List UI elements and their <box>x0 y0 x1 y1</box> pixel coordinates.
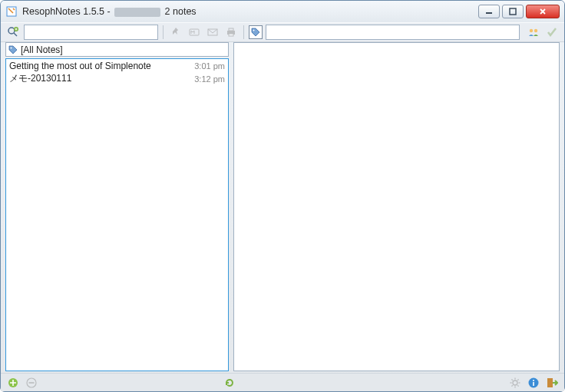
share-icon[interactable] <box>526 25 541 40</box>
svg-point-11 <box>253 30 255 31</box>
note-title: メモ-20130111 <box>9 72 188 85</box>
note-list[interactable]: Getting the most out of Simplenote 3:01 … <box>5 58 229 371</box>
svg-point-12 <box>530 29 533 32</box>
search-input[interactable] <box>24 25 158 40</box>
markdown-icon[interactable] <box>187 25 202 40</box>
tag-input[interactable] <box>266 25 520 40</box>
svg-point-17 <box>513 380 517 385</box>
note-time: 3:12 pm <box>188 74 225 84</box>
maximize-button[interactable] <box>502 5 524 18</box>
email-icon[interactable] <box>205 25 220 40</box>
statusbar <box>1 373 564 391</box>
list-item[interactable]: メモ-20130111 3:12 pm <box>6 72 228 85</box>
window-title: ResophNotes 1.5.5 - 2 notes <box>22 6 197 17</box>
info-icon[interactable] <box>526 375 541 390</box>
left-pane: [All Notes] Getting the most out of Simp… <box>5 42 229 371</box>
window-controls <box>478 5 560 18</box>
svg-rect-9 <box>229 28 233 31</box>
svg-point-14 <box>11 47 12 48</box>
note-time: 3:01 pm <box>188 61 225 71</box>
add-icon[interactable] <box>5 375 21 390</box>
filter-label: [All Notes] <box>21 44 63 55</box>
tag-filter-icon <box>8 44 18 55</box>
svg-point-27 <box>533 380 534 381</box>
content-area: [All Notes] Getting the most out of Simp… <box>1 42 564 373</box>
svg-line-4 <box>14 33 17 36</box>
close-button[interactable] <box>526 5 560 18</box>
note-title: Getting the most out of Simplenote <box>9 61 188 71</box>
separator <box>243 25 244 39</box>
svg-line-24 <box>517 379 518 380</box>
print-icon[interactable] <box>223 25 239 40</box>
exit-icon[interactable] <box>544 375 560 390</box>
svg-point-13 <box>534 29 537 32</box>
new-note-icon[interactable] <box>5 25 21 40</box>
gear-icon[interactable] <box>507 375 523 390</box>
app-window: ResophNotes 1.5.5 - 2 notes <box>0 0 565 392</box>
svg-rect-10 <box>229 34 233 36</box>
sync-icon[interactable] <box>222 375 237 390</box>
svg-point-3 <box>8 28 15 34</box>
svg-line-23 <box>517 385 518 386</box>
toolbar <box>1 22 564 42</box>
separator <box>163 25 164 39</box>
filter-row[interactable]: [All Notes] <box>5 42 229 57</box>
svg-line-25 <box>511 385 512 386</box>
app-icon <box>5 5 18 18</box>
svg-rect-2 <box>510 8 516 15</box>
svg-rect-1 <box>486 12 492 14</box>
pin-icon[interactable] <box>168 25 183 40</box>
titlebar[interactable]: ResophNotes 1.5.5 - 2 notes <box>1 1 564 22</box>
minimize-button[interactable] <box>478 5 500 18</box>
svg-rect-29 <box>547 378 553 387</box>
editor-pane[interactable] <box>233 42 560 371</box>
redacted-segment <box>114 8 160 17</box>
remove-icon[interactable] <box>24 375 39 390</box>
svg-line-22 <box>511 379 512 380</box>
list-item[interactable]: Getting the most out of Simplenote 3:01 … <box>6 59 228 72</box>
tag-marker-icon[interactable] <box>249 25 263 39</box>
checkmark-icon[interactable] <box>544 25 560 40</box>
svg-rect-28 <box>533 382 534 386</box>
